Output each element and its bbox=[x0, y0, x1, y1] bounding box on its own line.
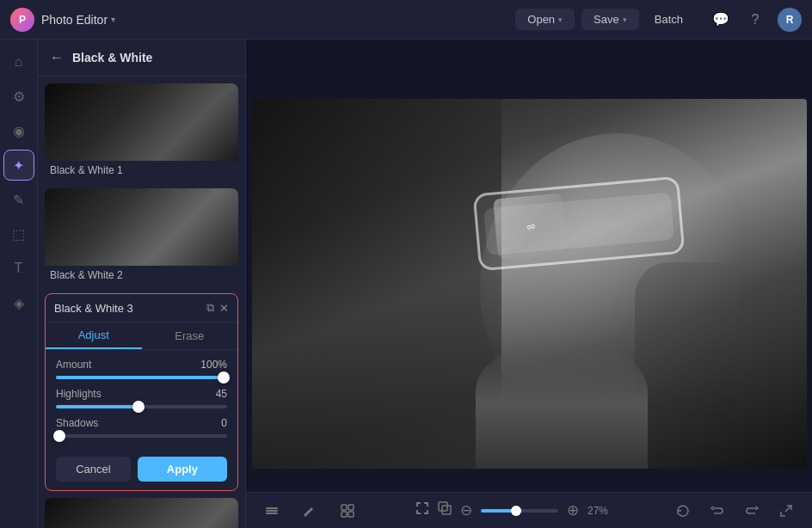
nav-sliders[interactable]: ⚙ bbox=[3, 81, 34, 112]
control-amount: Amount 100% bbox=[56, 359, 227, 379]
filter-action-buttons: Cancel Apply bbox=[46, 451, 237, 490]
filter-thumb-bw4 bbox=[45, 498, 238, 528]
layers-icon-button[interactable] bbox=[260, 499, 284, 523]
nav-paint[interactable]: ✎ bbox=[3, 184, 34, 215]
redo-icon-button[interactable] bbox=[740, 499, 764, 523]
zoom-slider[interactable] bbox=[481, 509, 558, 513]
control-highlights: Highlights 45 bbox=[56, 388, 227, 408]
portrait-background: ∞ bbox=[252, 99, 807, 469]
open-label: Open bbox=[527, 13, 555, 26]
filter-close-button[interactable]: ✕ bbox=[219, 301, 229, 315]
tab-adjust[interactable]: Adjust bbox=[46, 322, 142, 349]
app-title-chevron: ▾ bbox=[111, 15, 115, 24]
filter-item-bw1[interactable]: Black & White 1 bbox=[45, 83, 238, 181]
highlights-slider[interactable] bbox=[56, 405, 227, 408]
canvas-area: ∞ bbox=[246, 40, 812, 528]
tab-erase[interactable]: Erase bbox=[142, 322, 238, 349]
save-button[interactable]: Save ▾ bbox=[581, 9, 639, 30]
filter-copy-button[interactable]: ⧉ bbox=[206, 301, 214, 315]
filter-thumb-bw2 bbox=[45, 188, 238, 266]
zoom-in-button[interactable]: ⊕ bbox=[567, 501, 579, 519]
bottom-center: ⊖ ⊕ 27% bbox=[415, 501, 615, 519]
undo-icon-button[interactable] bbox=[705, 499, 729, 523]
filter-list: Black & White 1 Black & White 2 Black & … bbox=[38, 77, 245, 528]
open-chevron: ▾ bbox=[558, 15, 563, 24]
zoom-fit-button[interactable] bbox=[415, 501, 429, 519]
cancel-button[interactable]: Cancel bbox=[56, 457, 131, 482]
save-label: Save bbox=[594, 13, 619, 26]
nav-stamp[interactable]: ◈ bbox=[3, 287, 34, 318]
main-area: ⌂ ⚙ ◉ ✦ ✎ ⬚ T ◈ ← Black & White Black & … bbox=[0, 40, 812, 528]
svg-rect-6 bbox=[341, 512, 347, 517]
canvas-image: ∞ bbox=[252, 99, 807, 469]
zoom-value: 27% bbox=[587, 505, 615, 517]
expand-icon-button[interactable] bbox=[774, 499, 798, 523]
svg-rect-0 bbox=[266, 507, 278, 509]
batch-button[interactable]: Batch bbox=[646, 9, 692, 30]
sidebar-header: ← Black & White bbox=[38, 40, 245, 77]
user-avatar[interactable]: R bbox=[778, 8, 802, 32]
amount-slider-thumb[interactable] bbox=[218, 371, 230, 384]
shadows-label: Shadows bbox=[56, 417, 98, 429]
icon-nav: ⌂ ⚙ ◉ ✦ ✎ ⬚ T ◈ bbox=[0, 40, 38, 528]
sidebar-title: Black & White bbox=[72, 51, 152, 64]
toolbar-icons: 💬 ? R bbox=[709, 8, 802, 32]
highlights-label: Highlights bbox=[56, 388, 102, 400]
nav-effects[interactable]: ✦ bbox=[3, 150, 34, 181]
shadows-value: 0 bbox=[221, 417, 227, 429]
svg-rect-1 bbox=[266, 510, 278, 512]
filter-label-bw2: Black & White 2 bbox=[45, 266, 238, 286]
highlights-slider-fill bbox=[56, 405, 138, 408]
amount-slider-fill bbox=[56, 376, 224, 379]
bottom-right-icons bbox=[671, 499, 798, 523]
shadows-slider[interactable] bbox=[56, 434, 227, 438]
help-icon-button[interactable]: ? bbox=[743, 8, 767, 32]
control-shadows: Shadows 0 bbox=[56, 417, 227, 438]
filter-tabs: Adjust Erase bbox=[46, 322, 237, 350]
zoom-slider-thumb[interactable] bbox=[511, 506, 521, 516]
app-title-group[interactable]: Photo Editor ▾ bbox=[41, 13, 115, 27]
filter-item-bw2[interactable]: Black & White 2 bbox=[45, 188, 238, 286]
open-button[interactable]: Open ▾ bbox=[515, 9, 575, 30]
svg-rect-4 bbox=[341, 505, 347, 510]
apply-button[interactable]: Apply bbox=[138, 457, 227, 482]
nav-eye[interactable]: ◉ bbox=[3, 115, 34, 146]
top-toolbar: P Photo Editor ▾ Open ▾ Save ▾ Batch 💬 ?… bbox=[0, 0, 812, 40]
filter-expanded-icons: ⧉ ✕ bbox=[206, 301, 229, 315]
bottom-toolbar: ⊖ ⊕ 27% bbox=[246, 492, 812, 528]
app-title: Photo Editor bbox=[41, 13, 108, 27]
svg-rect-8 bbox=[439, 502, 447, 511]
filter-item-bw3: Black & White 3 ⧉ ✕ Adjust Erase Amount bbox=[45, 293, 238, 491]
filter-thumb-bw1 bbox=[45, 83, 238, 161]
zoom-crop-button[interactable] bbox=[438, 501, 452, 519]
bottom-left-icons bbox=[260, 499, 360, 523]
highlights-slider-thumb[interactable] bbox=[132, 401, 145, 413]
zoom-out-button[interactable]: ⊖ bbox=[460, 501, 472, 519]
nav-layers[interactable]: ⬚ bbox=[3, 218, 34, 249]
back-button[interactable]: ← bbox=[48, 48, 65, 67]
amount-value: 100% bbox=[200, 359, 227, 371]
control-highlights-header: Highlights 45 bbox=[56, 388, 227, 400]
filter-label-bw1: Black & White 1 bbox=[45, 161, 238, 181]
brush-icon-button[interactable] bbox=[298, 499, 322, 523]
shadows-slider-thumb[interactable] bbox=[53, 430, 65, 442]
grid-icon-button[interactable] bbox=[335, 499, 360, 523]
highlights-value: 45 bbox=[216, 388, 227, 400]
control-shadows-header: Shadows 0 bbox=[56, 417, 227, 429]
svg-rect-2 bbox=[266, 513, 278, 514]
svg-rect-9 bbox=[442, 506, 451, 514]
filter-expanded-header: Black & White 3 ⧉ ✕ bbox=[46, 294, 237, 322]
save-chevron: ▾ bbox=[623, 15, 627, 24]
filter-expanded-title: Black & White 3 bbox=[54, 302, 133, 315]
nav-home[interactable]: ⌂ bbox=[3, 46, 34, 77]
amount-slider[interactable] bbox=[56, 376, 227, 379]
reset-icon-button[interactable] bbox=[671, 499, 695, 523]
svg-point-3 bbox=[304, 513, 307, 516]
app-logo: P bbox=[10, 8, 34, 32]
chat-icon-button[interactable]: 💬 bbox=[709, 8, 733, 32]
filter-controls: Amount 100% Highlights 45 bbox=[46, 350, 237, 451]
amount-label: Amount bbox=[56, 359, 91, 371]
nav-text[interactable]: T bbox=[3, 253, 34, 284]
filter-item-bw4[interactable]: Black & White 4 bbox=[45, 498, 238, 528]
svg-rect-7 bbox=[348, 512, 354, 517]
